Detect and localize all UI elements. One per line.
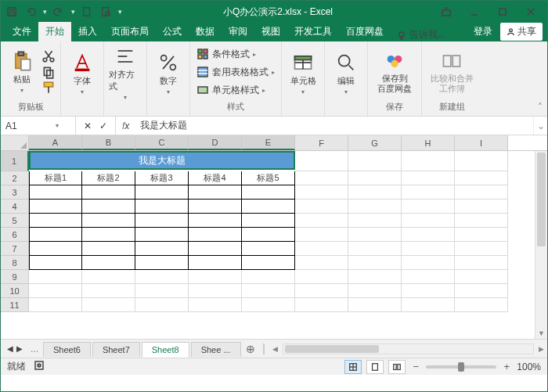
close-button[interactable] [517, 2, 544, 21]
align-button[interactable]: 对齐方式▾ [109, 45, 142, 101]
collapse-ribbon-icon[interactable]: ˄ [533, 41, 547, 116]
tab-insert[interactable]: 插入 [71, 22, 104, 41]
cell[interactable] [295, 185, 348, 200]
cell[interactable] [82, 185, 135, 200]
tab-developer[interactable]: 开发工具 [287, 22, 339, 41]
copy-icon[interactable] [41, 65, 56, 79]
redo-icon[interactable] [51, 4, 67, 20]
cell[interactable] [242, 298, 295, 312]
cell[interactable] [455, 200, 508, 214]
tab-baidu[interactable]: 百度网盘 [339, 22, 391, 41]
cell[interactable] [295, 242, 348, 256]
cell[interactable] [348, 200, 402, 214]
print-preview-icon[interactable] [98, 4, 114, 20]
cell[interactable] [135, 214, 189, 228]
cell[interactable] [348, 228, 402, 242]
save-to-baidu-button[interactable]: 保存到 百度网盘 [373, 50, 416, 94]
cell[interactable] [135, 228, 189, 242]
cell[interactable] [402, 200, 455, 214]
scroll-down-icon[interactable]: ▼ [535, 328, 547, 339]
cell[interactable] [455, 228, 508, 242]
tab-data[interactable]: 数据 [189, 22, 222, 41]
cell[interactable] [29, 185, 82, 200]
cell[interactable] [402, 284, 455, 298]
tab-file[interactable]: 文件 [5, 22, 38, 41]
fx-icon[interactable]: fx [116, 117, 135, 135]
cell[interactable] [135, 298, 189, 312]
chevron-down-icon[interactable]: ▾ [56, 122, 59, 129]
cell[interactable] [189, 185, 242, 200]
view-page-layout-button[interactable] [366, 360, 384, 374]
add-sheet-button[interactable]: ⊕ [243, 343, 258, 355]
ribbon-options-icon[interactable] [433, 2, 460, 21]
tab-review[interactable]: 审阅 [222, 22, 254, 41]
view-normal-button[interactable] [344, 360, 362, 374]
header-cell[interactable]: 标题4 [189, 171, 242, 185]
cell[interactable] [242, 228, 295, 242]
cell[interactable] [402, 270, 455, 284]
cell[interactable] [189, 298, 242, 312]
zoom-slider[interactable] [426, 365, 496, 369]
col-header-B[interactable]: B [82, 135, 135, 150]
cell[interactable] [29, 270, 82, 284]
cell[interactable] [455, 256, 508, 270]
cell[interactable] [295, 214, 348, 228]
row-header[interactable]: 4 [1, 200, 29, 214]
cell[interactable] [295, 256, 348, 270]
cell[interactable] [135, 200, 189, 214]
scrollbar-thumb[interactable] [285, 345, 379, 353]
prev-sheet-icon[interactable]: ◀ [7, 344, 13, 353]
tab-formulas[interactable]: 公式 [156, 22, 189, 41]
cell[interactable] [29, 228, 82, 242]
zoom-out-button[interactable]: − [410, 361, 421, 372]
formula-input[interactable] [135, 117, 533, 135]
undo-icon[interactable] [23, 4, 38, 20]
name-box[interactable]: ▾ [1, 117, 76, 135]
name-box-input[interactable] [5, 120, 52, 131]
cell[interactable] [455, 298, 508, 312]
cell[interactable] [348, 171, 402, 185]
col-header-A[interactable]: A [29, 135, 82, 150]
login-button[interactable]: 登录 [467, 22, 499, 41]
col-header-I[interactable]: I [455, 135, 508, 150]
cell[interactable] [29, 214, 82, 228]
cell[interactable] [348, 185, 402, 200]
cell[interactable] [295, 270, 348, 284]
macro-record-icon[interactable] [34, 360, 45, 373]
cell[interactable] [82, 270, 135, 284]
cell[interactable] [402, 151, 455, 171]
col-header-G[interactable]: G [348, 135, 402, 150]
cell[interactable] [29, 284, 82, 298]
cells-button[interactable]: 单元格▾ [287, 52, 319, 95]
cell[interactable] [82, 242, 135, 256]
scrollbar-thumb[interactable] [537, 153, 546, 246]
cell[interactable] [82, 228, 135, 242]
zoom-in-button[interactable]: + [501, 361, 512, 372]
row-header[interactable]: 8 [1, 256, 29, 270]
cell[interactable] [402, 214, 455, 228]
view-page-break-button[interactable] [388, 360, 406, 374]
cell[interactable] [455, 270, 508, 284]
redo-dropdown-icon[interactable]: ▾ [70, 8, 76, 16]
row-header-2[interactable]: 2 [1, 171, 29, 185]
minimize-button[interactable] [461, 2, 488, 21]
cell[interactable] [242, 256, 295, 270]
sheet-tab-active[interactable]: Sheet8 [142, 342, 189, 358]
next-sheet-icon[interactable]: ▶ [16, 344, 23, 353]
header-cell[interactable]: 标题3 [135, 171, 189, 185]
row-header[interactable]: 9 [1, 270, 29, 284]
cell[interactable] [455, 171, 508, 185]
sheet-tab[interactable]: Sheet7 [92, 342, 140, 357]
cell[interactable] [455, 242, 508, 256]
cell[interactable] [242, 185, 295, 200]
cell[interactable] [455, 214, 508, 228]
cell[interactable] [242, 270, 295, 284]
share-button[interactable]: 共享 [500, 23, 543, 41]
cell[interactable] [402, 298, 455, 312]
number-button[interactable]: 数字▾ [152, 52, 185, 95]
cell[interactable] [295, 171, 348, 185]
cell[interactable] [135, 256, 189, 270]
format-painter-icon[interactable] [41, 81, 56, 95]
tell-me[interactable]: 告诉我... [397, 28, 445, 41]
cut-icon[interactable] [41, 49, 56, 63]
